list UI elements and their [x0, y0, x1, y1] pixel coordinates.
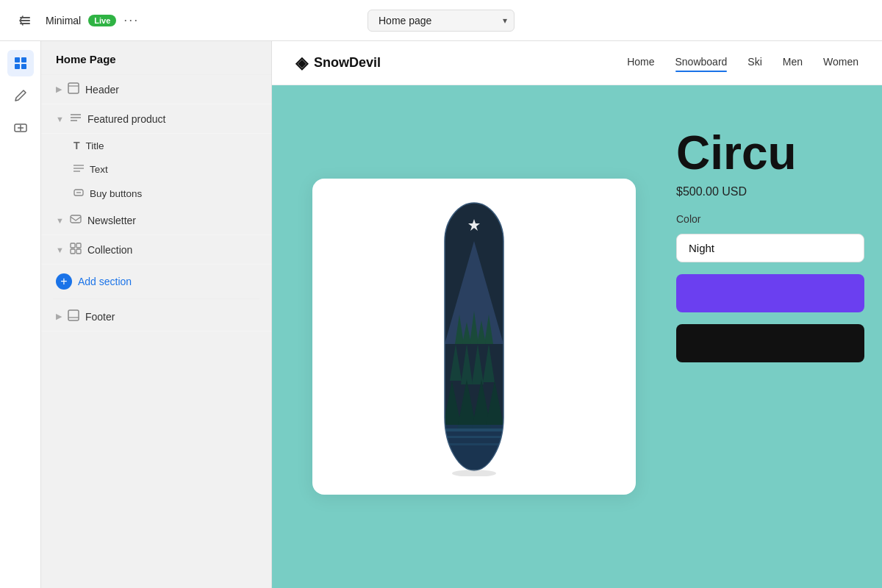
svg-rect-1	[20, 20, 30, 21]
product-image-section	[272, 85, 676, 588]
title-icon: T	[74, 140, 80, 151]
add-section-plus-icon: +	[56, 273, 72, 290]
featured-product-section-icon	[70, 112, 82, 126]
featured-product-chevron-icon: ▼	[56, 115, 64, 123]
sidebar-add-section-icon[interactable]	[7, 115, 34, 141]
sidebar-title: Home Page	[41, 41, 271, 75]
svg-rect-5	[15, 64, 20, 69]
product-card	[312, 179, 636, 495]
svg-rect-6	[21, 64, 26, 69]
sidebar-content: Home Page ▶ Header ▼	[41, 41, 271, 588]
sidebar-wrapper: Home Page ▶ Header ▼	[0, 41, 272, 588]
nav-men[interactable]: Men	[783, 56, 803, 71]
svg-rect-3	[15, 57, 20, 62]
preview-area: ◈ SnowDevil Home Snowboard Ski Men Women	[272, 41, 882, 588]
svg-rect-44	[445, 436, 503, 438]
header-chevron-icon: ▶	[56, 85, 62, 94]
newsletter-section-icon	[70, 213, 82, 227]
divider	[53, 298, 259, 299]
sidebar-item-footer[interactable]: ▶ Footer	[41, 302, 271, 331]
newsletter-label: Newsletter	[87, 215, 136, 226]
buy-buttons-icon	[74, 187, 84, 200]
svg-rect-10	[68, 83, 79, 93]
text-label: Text	[90, 164, 108, 175]
svg-rect-24	[76, 249, 81, 254]
store-name: SnowDevil	[314, 55, 381, 71]
page-dropdown-wrapper: Home page About Contact Products ▾	[368, 10, 514, 32]
product-area: Circu $500.00 USD Color Night	[272, 85, 882, 588]
collection-label: Collection	[87, 244, 132, 256]
svg-rect-20	[71, 215, 81, 223]
sidebar-item-featured-product[interactable]: ▼ Featured product	[41, 104, 271, 134]
add-section-label: Add section	[78, 276, 132, 287]
color-label: Color	[676, 213, 864, 225]
svg-rect-23	[71, 249, 75, 254]
store-nav-links: Home Snowboard Ski Men Women	[627, 56, 858, 71]
sidebar-item-buy-buttons[interactable]: Buy buttons	[41, 182, 271, 206]
collection-section-icon	[70, 243, 82, 257]
sidebar-pages-icon[interactable]	[7, 50, 34, 76]
collection-chevron-icon: ▼	[56, 245, 64, 254]
header-section-label: Header	[85, 84, 119, 96]
buy-buttons-label: Buy buttons	[90, 188, 142, 199]
title-label: Title	[86, 140, 104, 151]
footer-chevron-icon: ▶	[56, 312, 62, 321]
snowboard-image	[408, 197, 540, 476]
footer-section-icon	[68, 309, 79, 323]
page-dropdown[interactable]: Home page About Contact Products	[368, 10, 514, 32]
nav-women[interactable]: Women	[823, 56, 858, 71]
sidebar-icon-strip	[0, 41, 41, 588]
back-button[interactable]	[12, 7, 38, 34]
theme-name: Minimal	[46, 15, 81, 26]
sidebar-customize-icon[interactable]	[7, 82, 34, 109]
svg-rect-21	[71, 243, 75, 248]
svg-rect-42	[445, 425, 503, 476]
sidebar-item-collection[interactable]: ▼ Collection	[41, 235, 271, 265]
live-badge: Live	[88, 15, 116, 26]
nav-home[interactable]: Home	[627, 56, 654, 71]
more-menu-button[interactable]: ···	[123, 12, 139, 28]
footer-label: Footer	[85, 311, 115, 323]
svg-rect-22	[76, 243, 81, 248]
black-color-button[interactable]	[676, 324, 864, 362]
main-layout: Home Page ▶ Header ▼	[0, 41, 882, 588]
sidebar-item-newsletter[interactable]: ▼ Newsletter	[41, 206, 271, 235]
text-icon	[74, 163, 84, 176]
svg-rect-25	[68, 310, 79, 320]
product-price: $500.00 USD	[676, 185, 864, 198]
newsletter-chevron-icon: ▼	[56, 216, 64, 225]
preview-frame: ◈ SnowDevil Home Snowboard Ski Men Women	[272, 41, 882, 588]
color-selector[interactable]: Night	[676, 234, 864, 262]
svg-point-47	[452, 470, 496, 476]
product-title: Circu	[676, 129, 864, 176]
product-details: Circu $500.00 USD Color Night	[676, 85, 882, 588]
nav-snowboard[interactable]: Snowboard	[675, 56, 728, 71]
svg-rect-4	[21, 57, 26, 62]
store-nav: ◈ SnowDevil Home Snowboard Ski Men Women	[272, 41, 882, 85]
svg-rect-45	[445, 443, 503, 445]
svg-rect-43	[445, 429, 503, 431]
purple-color-button[interactable]	[676, 274, 864, 312]
add-section-button[interactable]: + Add section	[41, 265, 271, 298]
top-bar: Minimal Live ··· Home page About Contact…	[0, 0, 882, 41]
nav-ski[interactable]: Ski	[747, 56, 761, 71]
header-section-icon	[68, 82, 79, 96]
featured-product-label: Featured product	[87, 113, 166, 125]
sidebar-item-header[interactable]: ▶ Header	[41, 75, 271, 104]
page-selector: Home page About Contact Products ▾	[368, 10, 514, 32]
store-logo: ◈ SnowDevil	[295, 54, 627, 73]
sidebar-item-title[interactable]: T Title	[41, 134, 271, 157]
logo-icon: ◈	[295, 54, 308, 73]
sidebar-item-text[interactable]: Text	[41, 157, 271, 182]
